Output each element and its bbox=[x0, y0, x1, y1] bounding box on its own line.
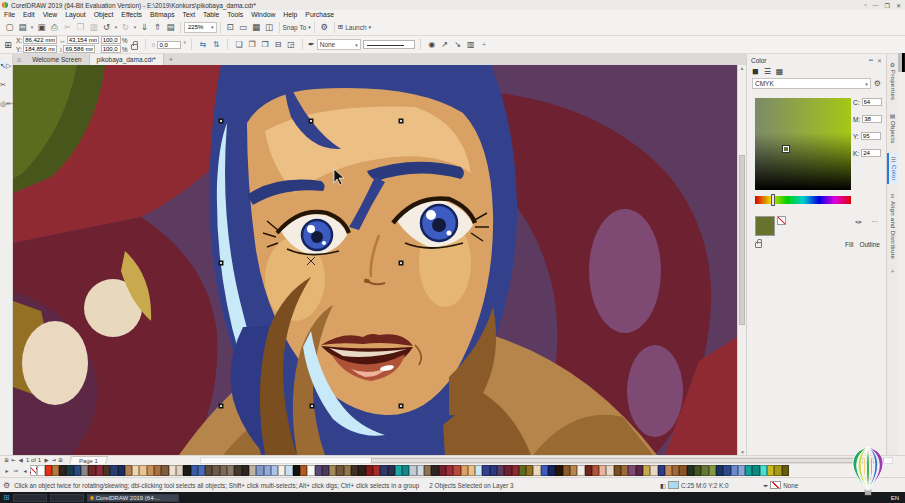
palette-swatch[interactable] bbox=[468, 465, 475, 476]
drawing-canvas[interactable] bbox=[13, 65, 737, 455]
palette-swatch[interactable] bbox=[599, 465, 606, 476]
palette-swatch[interactable] bbox=[322, 465, 329, 476]
zoom-level-combo[interactable]: ▾ bbox=[184, 22, 217, 33]
menu-table[interactable]: Table bbox=[199, 11, 223, 18]
palette-swatch[interactable] bbox=[665, 465, 672, 476]
palette-swatch[interactable] bbox=[176, 465, 183, 476]
outline-width-combo[interactable]: None ▾ bbox=[317, 39, 361, 50]
start-button[interactable]: ⊞ bbox=[3, 493, 10, 502]
palette-swatch[interactable] bbox=[88, 465, 95, 476]
mirror-vertical-icon[interactable]: ⇅ bbox=[210, 40, 222, 49]
new-document-icon[interactable]: ▢ bbox=[3, 22, 16, 32]
to-back-icon[interactable]: ❐ bbox=[246, 40, 258, 49]
docker-tab-objects[interactable]: ▤ Objects bbox=[887, 109, 899, 146]
palette-swatch[interactable] bbox=[264, 465, 271, 476]
palette-swatch[interactable] bbox=[132, 465, 139, 476]
export-icon[interactable]: ⇑ bbox=[151, 22, 164, 32]
mirror-horizontal-icon[interactable]: ⇆ bbox=[197, 40, 209, 49]
palette-swatch[interactable] bbox=[446, 465, 453, 476]
palette-scroll-left-icon[interactable]: ▸ bbox=[3, 467, 11, 474]
palette-arrow-icon[interactable]: ◂ bbox=[21, 467, 29, 474]
show-rulers-icon[interactable]: ▭ bbox=[237, 22, 250, 32]
palette-swatch[interactable] bbox=[767, 465, 774, 476]
show-guidelines-icon[interactable]: ◫ bbox=[263, 22, 276, 32]
palette-swatch[interactable] bbox=[74, 465, 81, 476]
redo-icon[interactable]: ↻ bbox=[119, 22, 132, 32]
more-options-icon[interactable]: ⋯ bbox=[871, 218, 878, 226]
y-position-field[interactable] bbox=[23, 45, 57, 53]
palette-swatch[interactable] bbox=[271, 465, 278, 476]
menu-purchase[interactable]: Purchase bbox=[301, 11, 338, 18]
menu-view[interactable]: View bbox=[39, 11, 62, 18]
palette-swatch[interactable] bbox=[658, 465, 665, 476]
color-field[interactable] bbox=[755, 98, 851, 190]
palette-swatch[interactable] bbox=[336, 465, 343, 476]
docker-tab-color[interactable]: ☰ Color bbox=[887, 153, 899, 184]
palette-swatch[interactable] bbox=[402, 465, 409, 476]
print-icon[interactable]: ⎙ bbox=[48, 22, 61, 33]
palette-swatch[interactable] bbox=[679, 465, 686, 476]
scale-vertical-field[interactable] bbox=[101, 45, 121, 53]
palette-swatch[interactable] bbox=[191, 465, 198, 476]
paste-icon[interactable]: ▥ bbox=[87, 22, 100, 32]
magenta-field[interactable] bbox=[862, 115, 882, 123]
taskbar-button[interactable] bbox=[50, 494, 84, 502]
palette-swatch[interactable] bbox=[504, 465, 511, 476]
palette-swatch[interactable] bbox=[512, 465, 519, 476]
menu-effects[interactable]: Effects bbox=[117, 11, 146, 18]
palette-swatch[interactable] bbox=[293, 465, 300, 476]
add-page-icon-2[interactable]: ⊞ bbox=[57, 457, 64, 463]
palette-swatch[interactable] bbox=[636, 465, 643, 476]
save-icon[interactable]: ▣ bbox=[35, 22, 48, 32]
vertical-scroll-thumb[interactable] bbox=[739, 155, 745, 325]
docker-menu-icon[interactable]: ▪▪ bbox=[869, 57, 873, 64]
palette-swatch[interactable] bbox=[227, 465, 234, 476]
palette-swatch[interactable] bbox=[96, 465, 103, 476]
artwork-canvas[interactable] bbox=[13, 65, 737, 455]
eyedropper-icon[interactable]: ✑ bbox=[855, 218, 862, 227]
palette-swatch[interactable] bbox=[183, 465, 190, 476]
last-page-icon[interactable]: ⇥ bbox=[50, 457, 57, 463]
palette-swatch[interactable] bbox=[234, 465, 241, 476]
show-grid-icon[interactable]: ▦ bbox=[250, 22, 263, 32]
docker-tab-properties[interactable]: ⚙ Properties bbox=[887, 58, 899, 103]
home-icon[interactable]: ⌂ bbox=[13, 56, 25, 63]
palette-swatch[interactable] bbox=[461, 465, 468, 476]
palette-swatch[interactable] bbox=[315, 465, 322, 476]
convert-curves-icon[interactable]: ↘ bbox=[452, 40, 464, 49]
outline-indicator[interactable]: ✒ None bbox=[763, 481, 798, 489]
palette-swatch[interactable] bbox=[453, 465, 460, 476]
palette-swatch[interactable] bbox=[585, 465, 592, 476]
palette-swatch[interactable] bbox=[519, 465, 526, 476]
palette-swatch[interactable] bbox=[592, 465, 599, 476]
palette-swatch[interactable] bbox=[380, 465, 387, 476]
new-tab-button[interactable]: + bbox=[164, 56, 178, 63]
palette-swatch[interactable] bbox=[37, 465, 44, 476]
palette-swatch[interactable] bbox=[198, 465, 205, 476]
open-icon[interactable]: ▤ bbox=[16, 22, 29, 32]
cut-icon[interactable]: ✂ bbox=[61, 22, 74, 32]
palette-swatch[interactable] bbox=[650, 465, 657, 476]
palette-swatch[interactable] bbox=[490, 465, 497, 476]
palette-swatch[interactable] bbox=[220, 465, 227, 476]
docker-close-icon[interactable]: ✕ bbox=[877, 57, 882, 64]
convert-outline-icon[interactable]: ↗ bbox=[439, 40, 451, 49]
palette-swatch[interactable] bbox=[570, 465, 577, 476]
to-front-icon[interactable]: ❏ bbox=[233, 40, 245, 49]
system-tray[interactable]: EN bbox=[891, 495, 905, 501]
palette-swatch[interactable] bbox=[709, 465, 716, 476]
minimize-icon[interactable]: — bbox=[873, 2, 879, 9]
palette-swatch[interactable] bbox=[621, 465, 628, 476]
black-field[interactable] bbox=[861, 149, 881, 157]
palette-swatch[interactable] bbox=[628, 465, 635, 476]
palette-swatch[interactable] bbox=[125, 465, 132, 476]
palette-swatch[interactable] bbox=[300, 465, 307, 476]
palette-swatch[interactable] bbox=[497, 465, 504, 476]
launch-dropdown[interactable]: ⊞ Launch ▾ bbox=[338, 23, 371, 31]
color-mode-select[interactable]: CMYK ▾ bbox=[752, 78, 871, 89]
palette-swatch[interactable] bbox=[103, 465, 110, 476]
fill-button[interactable]: Fill bbox=[845, 241, 853, 248]
crop-tool[interactable]: ✂ bbox=[0, 81, 6, 88]
undo-icon[interactable]: ↺ bbox=[100, 22, 113, 32]
palette-swatch[interactable] bbox=[344, 465, 351, 476]
